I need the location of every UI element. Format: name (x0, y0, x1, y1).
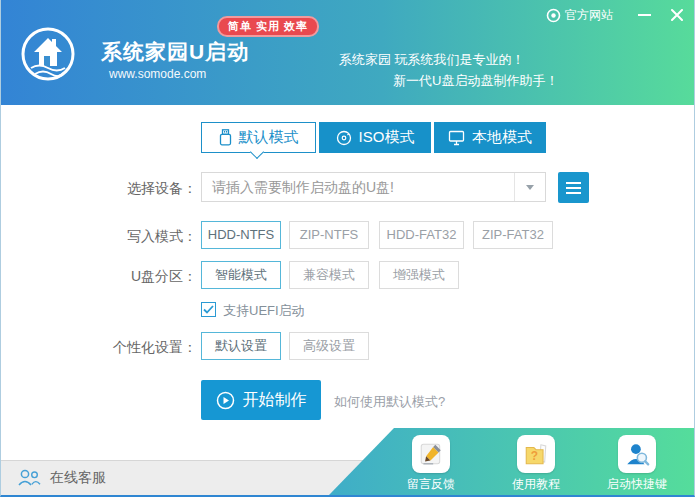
personalize-label: 个性化设置： (41, 339, 197, 357)
hotkey-search-user-icon (624, 441, 650, 467)
start-button-label: 开始制作 (243, 390, 307, 411)
tutorial-label: 使用教程 (491, 476, 581, 493)
minimize-button[interactable] (633, 5, 655, 24)
header: 系统家园U启动 www.somode.com 简单 实用 效率 系统家园 玩系统… (1, 0, 694, 105)
device-select[interactable]: 请插入需要制作启动盘的U盘! (201, 172, 546, 202)
tutorial-link[interactable]: ? 使用教程 (491, 435, 581, 493)
disc-icon (336, 130, 352, 146)
close-icon (671, 9, 683, 21)
start-button[interactable]: 开始制作 (201, 380, 321, 420)
quick-links-ribbon: 留言反馈 ? 使用教程 启动快捷键 (329, 428, 695, 495)
hamburger-icon (566, 182, 581, 184)
official-site-link[interactable]: 官方网站 (546, 7, 613, 24)
boot-hotkey-label: 启动快捷键 (592, 476, 682, 493)
feedback-link[interactable]: 留言反馈 (386, 435, 476, 493)
close-button[interactable] (666, 5, 688, 24)
app-window: 系统家园U启动 www.somode.com 简单 实用 效率 系统家园 玩系统… (0, 0, 695, 497)
check-icon (203, 305, 214, 314)
tutorial-folder-icon: ? (523, 441, 549, 467)
personalize-advanced[interactable]: 高级设置 (289, 332, 369, 360)
app-title: 系统家园U启动 (101, 38, 249, 66)
online-service-link[interactable]: 在线客服 (17, 468, 106, 487)
help-link[interactable]: 如何使用默认模式? (334, 393, 445, 411)
device-label: 选择设备： (41, 180, 197, 198)
partition-smart-mode[interactable]: 智能模式 (201, 261, 281, 289)
write-mode-hdd-ntfs[interactable]: HDD-NTFS (201, 221, 281, 249)
feedback-label: 留言反馈 (386, 476, 476, 493)
write-mode-label: 写入模式： (41, 228, 197, 246)
write-mode-zip-fat32[interactable]: ZIP-FAT32 (473, 221, 553, 249)
slogan-line2: 新一代U盘启动盘制作助手！ (393, 72, 558, 90)
usb-drive-icon (219, 129, 232, 146)
slogan-line1: 系统家园 玩系统我们是专业的！ (339, 51, 525, 69)
app-logo-icon (19, 25, 77, 83)
feedback-pencil-icon (418, 441, 444, 467)
tab-label: 默认模式 (239, 128, 299, 147)
monitor-icon (448, 130, 465, 146)
boot-hotkey-link[interactable]: 启动快捷键 (592, 435, 682, 493)
globe-icon (546, 8, 561, 23)
partition-label: U盘分区： (41, 268, 197, 286)
svg-text:?: ? (531, 449, 538, 463)
tab-local-mode[interactable]: 本地模式 (434, 122, 546, 153)
tab-iso-mode[interactable]: ISO模式 (319, 122, 431, 153)
play-icon (216, 391, 235, 410)
personalize-default[interactable]: 默认设置 (201, 332, 281, 360)
partition-compat-mode[interactable]: 兼容模式 (289, 261, 369, 289)
customer-service-icon (17, 468, 42, 487)
official-site-label: 官方网站 (565, 7, 613, 24)
tab-label: 本地模式 (472, 128, 532, 147)
feature-badge: 简单 实用 效率 (217, 16, 319, 37)
chevron-down-icon (514, 173, 545, 201)
minimize-icon (638, 14, 651, 16)
online-service-label: 在线客服 (50, 469, 106, 487)
tab-label: ISO模式 (359, 128, 415, 147)
write-mode-hdd-fat32[interactable]: HDD-FAT32 (379, 221, 464, 249)
app-website: www.somode.com (109, 67, 206, 81)
uefi-label: 支持UEFI启动 (223, 302, 305, 320)
partition-enhanced-mode[interactable]: 增强模式 (379, 261, 459, 289)
uefi-checkbox[interactable] (201, 302, 216, 317)
write-mode-zip-ntfs[interactable]: ZIP-NTFS (289, 221, 369, 249)
device-list-button[interactable] (558, 172, 589, 203)
device-select-value: 请插入需要制作启动盘的U盘! (212, 179, 394, 195)
